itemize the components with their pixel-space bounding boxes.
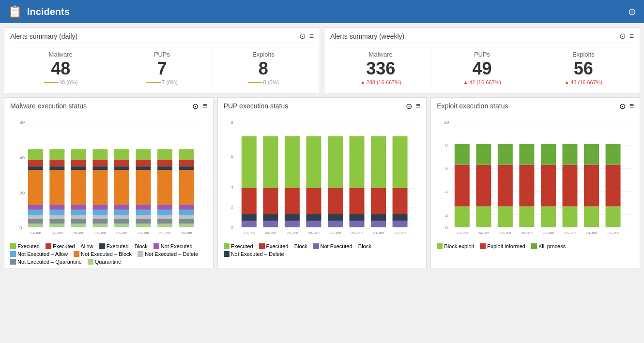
app-title: Incidents: [27, 6, 70, 17]
svg-text:29-Jan: 29-Jan: [372, 231, 384, 235]
svg-text:0: 0: [19, 225, 22, 230]
malware-legend-not-executed-block: Not Executed – Block: [74, 251, 132, 257]
svg-rect-70: [157, 215, 172, 218]
daily-exploits-sub: 8 (0%): [248, 79, 279, 85]
malware-legend-not-executed: Not Executed: [153, 243, 193, 249]
malware-legend-not-executed-quarantine: Not Executed – Quarantine: [10, 259, 82, 265]
svg-rect-71: [157, 209, 172, 215]
svg-rect-65: [136, 159, 151, 166]
daily-pups-metric: PUPs 7 7 (0%): [111, 47, 213, 89]
exploit-menu-icon[interactable]: ≡: [629, 102, 634, 111]
pup-legend-not-executed-delete: Not Executed – Delete: [224, 251, 284, 257]
malware-bar-2: 24-Jan: [49, 149, 64, 235]
daily-pups-sub-text: 7 (0%): [162, 79, 177, 85]
svg-rect-34: [71, 166, 86, 170]
exploit-bar-5: 27-Jan: [541, 144, 556, 235]
svg-rect-101: [241, 136, 256, 188]
svg-rect-21: [49, 209, 64, 215]
svg-rect-54: [114, 166, 129, 170]
svg-text:24-Jan: 24-Jan: [478, 231, 490, 235]
pup-chart-svg: 8 6 4 2 0: [224, 113, 421, 239]
svg-rect-100: [241, 188, 256, 214]
svg-rect-84: [179, 166, 194, 170]
svg-text:20: 20: [19, 190, 25, 195]
daily-pups-sub: 7 (0%): [146, 79, 177, 85]
svg-rect-83: [179, 170, 194, 205]
svg-rect-131: [371, 136, 386, 188]
svg-text:6: 6: [445, 165, 448, 171]
daily-pups-label: PUPs: [154, 51, 170, 58]
svg-text:28-Jan: 28-Jan: [565, 231, 576, 235]
not-executed-delete-swatch: [138, 251, 143, 257]
svg-text:27-Jan: 27-Jan: [329, 231, 341, 235]
svg-rect-60: [136, 215, 151, 218]
svg-text:6: 6: [230, 153, 233, 159]
weekly-summary-panel: Alerts summary (weekly) ⊙ ≡ Malware 336 …: [324, 27, 640, 93]
svg-text:4: 4: [230, 184, 233, 190]
exploit-download-icon[interactable]: ⊙: [619, 102, 626, 111]
exploit-bar-1: 23-Jan: [455, 144, 470, 235]
daily-exploits-label: Exploits: [252, 51, 275, 58]
block-exploit-label: Block exploit: [444, 243, 474, 249]
exploit-legend-informed: Exploit informed: [480, 243, 525, 249]
daily-metrics-row: Malware 48 48 (0%) PUPs 7 7 (0%): [10, 47, 314, 89]
svg-rect-53: [114, 170, 129, 205]
not-executed-allow-swatch: [10, 251, 16, 257]
malware-menu-icon[interactable]: ≡: [202, 102, 207, 111]
svg-rect-11: [28, 209, 43, 215]
daily-summary-header: Alerts summary (daily) ⊙ ≡: [10, 31, 314, 43]
daily-download-icon[interactable]: ⊙: [299, 31, 306, 41]
svg-rect-176: [584, 144, 599, 164]
svg-rect-164: [520, 144, 535, 164]
svg-rect-150: [455, 206, 470, 227]
svg-text:26-Jan: 26-Jan: [521, 231, 533, 235]
pup-menu-icon[interactable]: ≡: [416, 102, 420, 111]
svg-rect-50: [114, 215, 129, 218]
weekly-malware-value: 336: [366, 59, 395, 78]
pup-bar-3: 25-Jan: [285, 136, 300, 235]
malware-legend-executed-block: Executed – Block: [99, 243, 148, 249]
svg-rect-73: [157, 170, 172, 205]
exploit-bar-2: 24-Jan: [476, 144, 491, 235]
svg-rect-86: [179, 149, 194, 159]
malware-download-icon[interactable]: ⊙: [192, 102, 199, 111]
svg-rect-159: [498, 164, 513, 206]
svg-rect-62: [136, 205, 151, 210]
daily-pups-value: 7: [157, 59, 167, 78]
weekly-exploits-sub: ▲ 48 (16.667%): [564, 79, 602, 85]
svg-rect-103: [263, 221, 278, 227]
weekly-download-icon[interactable]: ⊙: [619, 31, 626, 41]
malware-bar-1: 23-Jan: [28, 149, 43, 235]
pup-legend-executed-block: Executed – Block: [259, 243, 307, 249]
charts-row: Malware execution status ⊙ ≡ 60 40 20 0: [4, 97, 640, 269]
svg-text:0: 0: [445, 225, 448, 230]
svg-rect-179: [606, 164, 621, 206]
daily-menu-icon[interactable]: ≡: [309, 32, 314, 41]
weekly-exploits-value: 56: [574, 59, 593, 78]
weekly-pups-trend-icon: ▲: [463, 79, 468, 85]
svg-text:26-Jan: 26-Jan: [308, 231, 320, 235]
svg-rect-126: [349, 136, 364, 188]
svg-text:30-Jan: 30-Jan: [608, 231, 619, 235]
svg-rect-119: [328, 214, 343, 220]
pup-download-icon[interactable]: ⊙: [406, 102, 412, 111]
svg-rect-125: [349, 188, 364, 214]
pup-executed-block-swatch: [259, 243, 265, 249]
weekly-menu-icon[interactable]: ≡: [629, 32, 634, 41]
svg-rect-15: [28, 159, 43, 166]
exploit-bar-7: 29-Jan: [584, 144, 599, 235]
svg-rect-114: [306, 214, 321, 220]
svg-rect-64: [136, 166, 151, 170]
header-download-icon[interactable]: ⊙: [628, 6, 636, 17]
weekly-pups-sub-text: 42 (16.667%): [469, 79, 501, 85]
svg-text:30-Jan: 30-Jan: [394, 231, 406, 235]
svg-rect-26: [49, 149, 64, 159]
weekly-pups-metric: PUPs 49 ▲ 42 (16.667%): [431, 47, 533, 89]
svg-rect-110: [285, 188, 300, 214]
svg-rect-51: [114, 209, 129, 215]
kill-process-swatch: [531, 243, 537, 249]
daily-summary-panel: Alerts summary (daily) ⊙ ≡ Malware 48 48…: [4, 27, 320, 93]
svg-rect-22: [49, 205, 64, 210]
svg-rect-130: [371, 188, 386, 214]
svg-rect-79: [179, 218, 194, 224]
